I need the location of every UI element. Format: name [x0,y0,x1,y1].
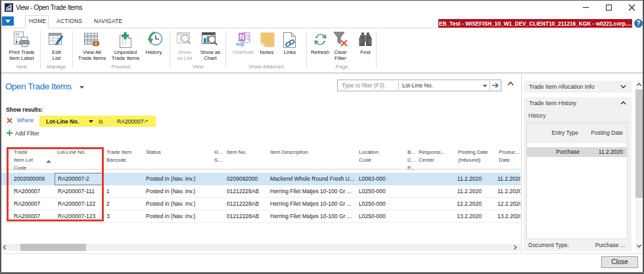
svg-text:N: N [239,34,244,41]
